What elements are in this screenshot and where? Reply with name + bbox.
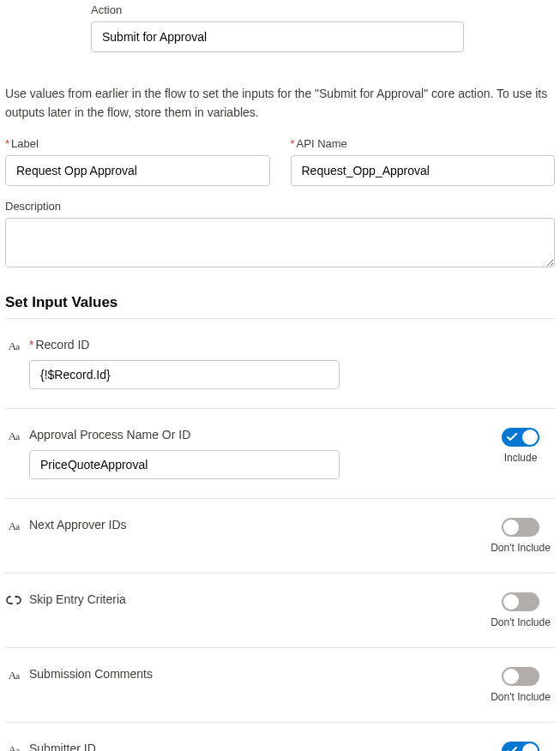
text-type-icon: Aa (9, 520, 19, 533)
skip-entry-label: Skip Entry Criteria (29, 592, 126, 606)
check-icon (507, 746, 517, 751)
toggle-caption: Don't Include (491, 542, 551, 554)
api-name-input[interactable] (291, 155, 556, 186)
description-textarea[interactable] (5, 218, 555, 267)
submitter-id-toggle[interactable] (502, 742, 539, 751)
submission-comments-toggle[interactable] (502, 667, 539, 686)
approval-process-input[interactable] (29, 450, 340, 479)
api-name-field-label: *API Name (291, 137, 556, 150)
record-id-input[interactable] (29, 360, 340, 389)
label-field-label: *Label (5, 137, 270, 150)
toggle-caption: Don't Include (491, 691, 551, 703)
helper-text: Use values from earlier in the flow to s… (5, 85, 555, 122)
next-approver-toggle[interactable] (502, 518, 539, 537)
action-input[interactable] (91, 21, 464, 52)
toggle-caption: Include (504, 452, 538, 464)
toggle-caption: Don't Include (491, 616, 551, 628)
skip-entry-toggle[interactable] (502, 592, 539, 611)
submitter-id-label: Submitter ID (29, 742, 96, 751)
text-type-icon: Aa (9, 743, 19, 751)
text-type-icon: Aa (9, 430, 19, 443)
approval-process-toggle[interactable] (502, 428, 539, 447)
text-type-icon: Aa (9, 339, 19, 353)
record-id-label: *Record ID (29, 338, 89, 351)
description-label: Description (5, 200, 555, 213)
approval-process-label: Approval Process Name Or ID (29, 428, 190, 442)
submission-comments-label: Submission Comments (29, 667, 153, 681)
next-approver-label: Next Approver IDs (29, 518, 127, 532)
set-input-values-heading: Set Input Values (5, 294, 555, 311)
label-input[interactable] (5, 155, 270, 186)
text-type-icon: Aa (9, 669, 19, 682)
action-label: Action (91, 3, 555, 16)
check-icon (507, 432, 517, 442)
link-icon (6, 594, 21, 606)
